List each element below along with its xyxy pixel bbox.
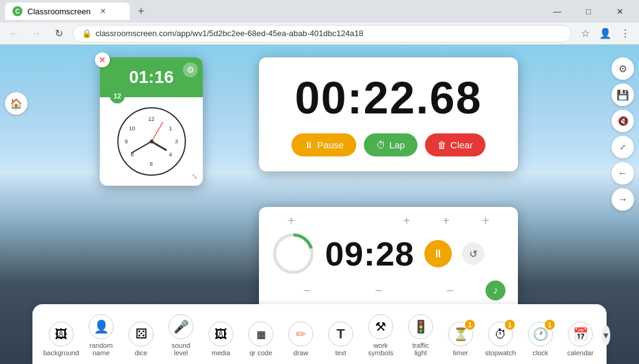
clock-resize-handle[interactable]: ⤡: [192, 172, 198, 181]
lap-icon: ⏱: [376, 140, 386, 150]
sidebar-mute-button[interactable]: 🔇: [612, 110, 634, 132]
media-label: media: [212, 349, 230, 357]
dice-icon: ⚄: [129, 322, 154, 347]
timer-pause-button[interactable]: ⏸: [424, 240, 452, 267]
sound-level-icon: 🎤: [168, 314, 193, 339]
timer-seconds-minus[interactable]: −: [446, 284, 454, 297]
menu-icon[interactable]: ⋮: [617, 25, 634, 42]
sidebar-forward-button[interactable]: →: [612, 188, 634, 211]
timer-seconds-plus[interactable]: +: [442, 214, 450, 227]
clock-label: clock: [532, 349, 548, 357]
window-controls: — □ ✕: [543, 2, 634, 20]
toolbar-item-calendar[interactable]: 📅 calendar: [562, 319, 599, 359]
timer-main-row: 09:28 ⏸ ↺: [271, 232, 505, 275]
clock-widget-close-button[interactable]: ✕: [95, 52, 110, 67]
minimize-button[interactable]: —: [543, 2, 572, 20]
sidebar-settings-icon: ⚙: [618, 63, 627, 75]
title-bar: C Classroomscreen ✕ + — □ ✕: [0, 0, 639, 22]
clock-num-9: 9: [125, 138, 128, 145]
browser-frame: C Classroomscreen ✕ + — □ ✕ ← → ↻ 🔒 clas…: [0, 0, 639, 364]
timer-reset-icon: ↺: [469, 248, 477, 260]
toolbar-item-clock[interactable]: 🕐 1 clock: [522, 319, 559, 359]
stopwatch-label: stopwatch: [485, 349, 516, 357]
clock-second-hand: [151, 122, 163, 142]
toolbar-item-sound-level[interactable]: 🎤 sound level: [162, 312, 200, 359]
pause-button[interactable]: ⏸ Pause: [291, 133, 356, 156]
home-button[interactable]: 🏠: [5, 92, 27, 115]
clear-button[interactable]: 🗑 Clear: [425, 133, 485, 156]
clock-num-12: 12: [148, 116, 154, 122]
clear-label: Clear: [451, 140, 473, 150]
toolbar-scroll-button[interactable]: ▼: [602, 325, 610, 345]
music-icon: ♪: [493, 285, 498, 296]
toolbar-item-timer[interactable]: ⏳ 1 timer: [442, 319, 479, 359]
toolbar-item-dice[interactable]: ⚄ dice: [122, 319, 160, 359]
timer-music-button[interactable]: ♪: [485, 280, 505, 300]
toolbar-item-media[interactable]: 🖼 media: [202, 319, 240, 359]
sidebar-expand-button[interactable]: ⤢: [612, 136, 634, 158]
timer-label: timer: [453, 349, 468, 357]
clock-center-dot: [150, 140, 154, 143]
toolbar-item-draw[interactable]: ✏ draw: [282, 319, 320, 359]
calendar-label: calendar: [567, 349, 593, 357]
stopwatch-time: 00:22.68: [274, 72, 503, 123]
background-label: background: [43, 349, 79, 357]
forward-button[interactable]: →: [27, 25, 45, 42]
sidebar-forward-icon: →: [618, 194, 628, 205]
sidebar-mute-icon: 🔇: [618, 116, 628, 126]
media-icon: 🖼: [208, 322, 233, 347]
timer-hours-minus[interactable]: −: [303, 284, 311, 297]
toolbar-item-work-symbols[interactable]: ⚒ work symbols: [362, 312, 399, 359]
profile-icon[interactable]: 👤: [597, 25, 614, 42]
dice-label: dice: [135, 349, 147, 357]
background-icon: 🖼: [49, 322, 74, 347]
timer-hours-plus[interactable]: +: [288, 214, 295, 227]
toolbar-item-text[interactable]: T text: [322, 319, 359, 359]
url-text: classroomscreen.com/app/wv1/5d2bc2ee-68e…: [95, 29, 363, 38]
new-tab-button[interactable]: +: [132, 2, 150, 20]
back-button[interactable]: ←: [5, 25, 22, 42]
timer-pause-icon: ⏸: [432, 247, 444, 261]
timer-reset-button[interactable]: ↺: [462, 242, 484, 265]
toolbar-item-random-name[interactable]: 👤 random name: [82, 312, 120, 359]
traffic-light-icon: 🚦: [408, 314, 433, 339]
bookmark-icon[interactable]: ☆: [577, 25, 594, 42]
timer-badge: 1: [465, 320, 475, 330]
sidebar-back-button[interactable]: ←: [612, 162, 634, 184]
toolbar-item-stopwatch[interactable]: ⏱ 1 stopwatch: [482, 319, 519, 359]
toolbar-item-traffic-light[interactable]: 🚦 traffic light: [402, 312, 439, 359]
timer-time: 09:28: [325, 234, 414, 273]
draw-icon: ✏: [288, 322, 313, 347]
sidebar-expand-icon: ⤢: [620, 143, 626, 151]
maximize-button[interactable]: □: [574, 2, 603, 20]
timer-progress-circle: [271, 232, 315, 275]
main-content: 🏠 ✕ ⚙ 01:16 12 12 1 3 4 6 8 9 10: [0, 45, 639, 364]
pause-label: Pause: [317, 140, 344, 150]
timer-minutes-plus[interactable]: +: [403, 214, 411, 227]
sidebar-save-icon: 💾: [617, 89, 629, 101]
timer-extra-plus[interactable]: +: [482, 214, 489, 227]
clock-widget-header: ✕ ⚙ 01:16 12: [100, 57, 203, 97]
sidebar-save-button[interactable]: 💾: [612, 84, 634, 106]
text-label: text: [335, 349, 346, 357]
random-name-label: random name: [86, 342, 116, 357]
browser-tab[interactable]: C Classroomscreen ✕: [5, 2, 130, 20]
draw-label: draw: [293, 349, 308, 357]
clock-face-container: 12 1 3 4 6 8 9 10: [100, 97, 203, 186]
clock-num-1: 1: [169, 125, 172, 132]
toolbar-item-qr-code[interactable]: ▦ qr code: [242, 319, 280, 359]
bottom-toolbar: 🖼 background 👤 random name ⚄ dice 🎤 soun…: [32, 304, 607, 364]
url-bar[interactable]: 🔒 classroomscreen.com/app/wv1/5d2bc2ee-6…: [72, 25, 572, 42]
close-button[interactable]: ✕: [605, 2, 634, 20]
refresh-button[interactable]: ↻: [50, 25, 67, 42]
toolbar-item-background[interactable]: 🖼 background: [42, 319, 80, 359]
tab-close-button[interactable]: ✕: [98, 6, 108, 16]
clock-widget-settings-button[interactable]: ⚙: [183, 62, 198, 77]
timer-icon: ⏳ 1: [448, 322, 473, 347]
clock-hour-hand: [151, 141, 167, 151]
timer-minutes-minus[interactable]: −: [375, 284, 383, 297]
sidebar-settings-button[interactable]: ⚙: [612, 57, 634, 80]
lap-button[interactable]: ⏱ Lap: [364, 133, 417, 156]
timer-seconds-plus-col: +: [442, 214, 450, 227]
clock-widget-time: 01:16: [110, 67, 193, 87]
